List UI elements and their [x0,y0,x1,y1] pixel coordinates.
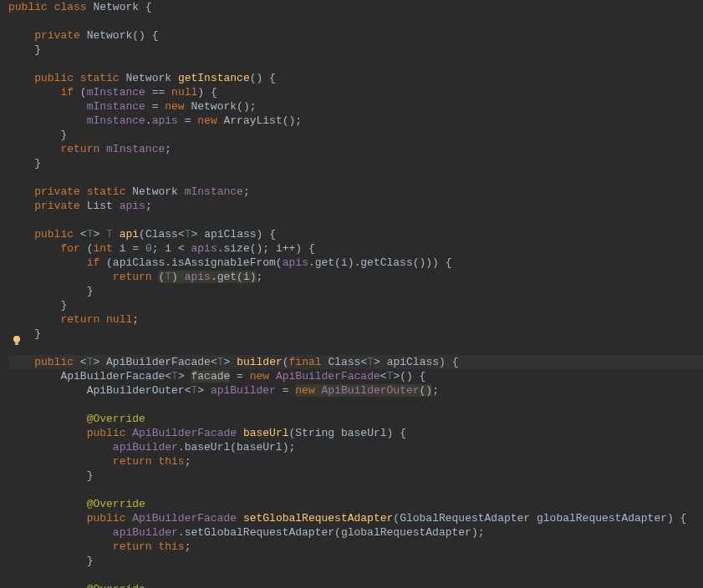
code-line[interactable]: apiBuilder.setGlobalRequestAdapter(globa… [8,525,703,540]
code-line[interactable] [8,170,703,185]
svg-point-0 [13,336,20,342]
code-line[interactable]: public <T> ApiBuilderFacade<T> builder(f… [8,355,703,369]
code-line[interactable] [8,14,703,28]
code-line[interactable]: @Override [8,412,703,426]
svg-rect-1 [15,342,18,345]
code-line[interactable]: } [8,327,703,341]
code-line[interactable]: } [8,43,703,57]
code-line[interactable]: return null; [8,312,703,327]
code-line[interactable]: } [8,284,703,298]
code-line[interactable]: } [8,469,703,483]
code-line[interactable] [8,341,703,355]
editor-gutter[interactable] [0,0,8,588]
code-line[interactable]: @Override [8,497,703,511]
code-line[interactable]: return this; [8,454,703,469]
code-line[interactable]: } [8,156,703,170]
code-line[interactable] [8,568,703,582]
code-editor[interactable]: public class Network { private Network()… [0,0,703,588]
code-line[interactable]: } [8,298,703,312]
code-line[interactable]: @Override [8,582,703,588]
code-line[interactable]: return this; [8,540,703,554]
code-line[interactable] [8,398,703,412]
code-line[interactable]: } [8,128,703,142]
code-line[interactable] [8,57,703,71]
code-line[interactable]: ApiBuilderOuter<T> apiBuilder = new ApiB… [8,383,703,398]
intention-bulb-icon[interactable] [11,335,23,347]
code-line[interactable]: private Network() { [8,28,703,43]
code-line[interactable]: private List apis; [8,199,703,213]
code-line[interactable]: ApiBuilderFacade<T> facade = new ApiBuil… [8,369,703,383]
code-line[interactable]: mInstance = new Network(); [8,99,703,114]
code-line[interactable]: public <T> T api(Class<T> apiClass) { [8,227,703,241]
code-line[interactable] [8,483,703,497]
code-line[interactable]: public static Network getInstance() { [8,71,703,85]
code-line[interactable]: if (apiClass.isAssignableFrom(apis.get(i… [8,256,703,270]
code-line[interactable]: for (int i = 0; i < apis.size(); i++) { [8,241,703,256]
code-line[interactable]: return mInstance; [8,142,703,156]
code-line[interactable]: private static Network mInstance; [8,185,703,199]
code-line[interactable]: mInstance.apis = new ArrayList(); [8,114,703,128]
code-line[interactable]: public ApiBuilderFacade baseUrl(String b… [8,426,703,440]
code-line[interactable]: apiBuilder.baseUrl(baseUrl); [8,440,703,454]
code-line[interactable]: public ApiBuilderFacade setGlobalRequest… [8,511,703,525]
code-line[interactable]: if (mInstance == null) { [8,85,703,99]
code-line[interactable]: } [8,554,703,568]
code-line[interactable]: public class Network { [8,0,703,14]
code-line[interactable] [8,213,703,227]
code-line[interactable]: return (T) apis.get(i); [8,270,703,284]
